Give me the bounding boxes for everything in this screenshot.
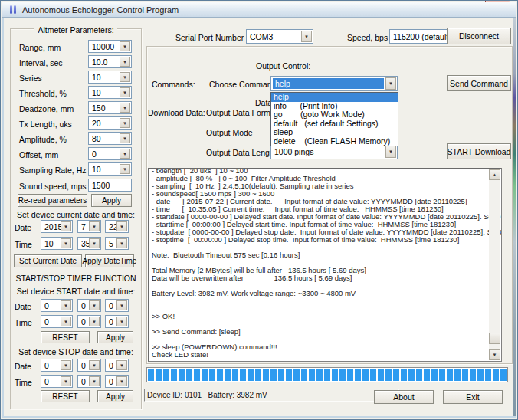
chevron-down-icon[interactable]: ▼	[61, 221, 71, 231]
chevron-down-icon[interactable]: ▼	[385, 146, 396, 158]
apply-datetime-button[interactable]: Apply DateTime	[85, 254, 134, 267]
terminal-scrollbar[interactable]: ▲ ▼	[489, 169, 500, 360]
start-reset-button[interactable]: RESET	[41, 331, 90, 343]
param-combo-interval[interactable]: 10.0▼	[88, 55, 132, 68]
current-datetime-title: Set device current date and time:	[10, 210, 142, 219]
chevron-down-icon[interactable]: ▼	[120, 72, 130, 82]
exit-button[interactable]: Exit	[443, 390, 503, 404]
stop-time-hour-combo[interactable]: 0▼	[41, 375, 73, 388]
progress-fill	[148, 369, 507, 381]
download-data-label: Download Data:	[148, 108, 205, 117]
chevron-down-icon[interactable]: ▼	[61, 317, 71, 326]
chevron-down-icon[interactable]: ▼	[89, 360, 100, 370]
chevron-down-icon[interactable]: ▼	[61, 360, 71, 370]
set-current-date-button[interactable]: Set Current Date	[14, 254, 82, 267]
app-window: Autonomous Echologger Control Program x …	[0, 0, 518, 420]
chevron-down-icon[interactable]: ▼	[116, 221, 127, 231]
chevron-down-icon[interactable]: ▼	[120, 149, 130, 159]
chevron-down-icon[interactable]: ▼	[120, 57, 130, 67]
chevron-down-icon[interactable]: ▼	[61, 376, 71, 386]
param-combo-offset[interactable]: 0▼	[88, 147, 132, 160]
output-mode-label: Output Mode	[206, 128, 253, 137]
start-time-second-combo[interactable]: 0▼	[105, 315, 129, 328]
chevron-down-icon[interactable]: ▼	[89, 317, 100, 326]
stop-time-second-combo[interactable]: 0▼	[105, 375, 129, 388]
stop-apply-button[interactable]: Apply	[97, 390, 133, 402]
current-date-month-combo[interactable]: 7▼	[77, 220, 101, 233]
output-control-title: Output Control:	[256, 61, 310, 71]
chevron-down-icon[interactable]: ▼	[120, 103, 130, 113]
start-time-minute-combo[interactable]: 0▼	[77, 315, 101, 328]
param-combo-samplingrate[interactable]: 10▼	[88, 162, 132, 176]
chevron-down-icon[interactable]: ▼	[120, 41, 130, 51]
serial-port-label: Serial Port Number	[175, 33, 244, 42]
stop-date-day-combo[interactable]: 0▼	[105, 359, 129, 372]
about-button[interactable]: About	[374, 390, 434, 404]
scroll-down-icon[interactable]: ▼	[489, 349, 500, 360]
current-date-day-combo[interactable]: 22▼	[105, 220, 129, 233]
timer-function-title: START/STOP TIMER FUNCTION	[10, 274, 142, 283]
start-download-button[interactable]: START Download	[447, 143, 511, 159]
chevron-down-icon[interactable]: ▼	[61, 238, 71, 248]
start-apply-button[interactable]: Apply	[97, 331, 133, 343]
param-combo-range[interactable]: 10000▼	[88, 40, 132, 53]
stop-date-year-combo[interactable]: 0▼	[41, 359, 73, 372]
chevron-down-icon[interactable]: ▼	[120, 133, 130, 143]
stop-date-label: Date	[15, 362, 31, 371]
current-time-label: Time	[15, 240, 32, 249]
sound-speed-input[interactable]: 1500	[88, 179, 132, 192]
param-combo-txlength[interactable]: 20▼	[88, 116, 132, 130]
stop-reset-button[interactable]: RESET	[41, 390, 90, 402]
start-date-month-combo[interactable]: 0▼	[77, 299, 101, 312]
param-combo-amplitude[interactable]: 80▼	[88, 132, 132, 145]
chevron-down-icon[interactable]: ▼	[89, 300, 100, 310]
serial-port-combo[interactable]: COM3▼	[246, 29, 313, 44]
disconnect-button[interactable]: Disconnect	[447, 28, 511, 44]
apply-parameters-button[interactable]: Apply	[91, 194, 132, 207]
chevron-down-icon[interactable]: ▼	[385, 77, 396, 90]
current-time-hour-combo[interactable]: 10▼	[41, 237, 73, 250]
current-time-minute-combo[interactable]: 35▼	[77, 237, 101, 250]
send-command-button[interactable]: Send Command	[447, 75, 511, 91]
param-label-deadzone: Deadzone, mm	[19, 104, 74, 113]
command-combo[interactable]: help ▼	[270, 76, 398, 91]
terminal-output[interactable]: - txlength [ 20 uks ] 10 ~ 100 - amplitu…	[148, 168, 502, 362]
dropdown-item-sleep[interactable]: sleep	[271, 128, 398, 137]
chevron-down-icon[interactable]: ▼	[120, 87, 130, 97]
current-time-second-combo[interactable]: 5▼	[105, 237, 129, 250]
window-frame-bottom	[2, 416, 516, 418]
start-time-hour-combo[interactable]: 0▼	[41, 315, 73, 328]
chevron-down-icon[interactable]: ▼	[116, 317, 127, 326]
chevron-down-icon[interactable]: ▼	[120, 164, 130, 174]
param-label-samplingrate: Sampling Rate, Hz	[19, 166, 87, 175]
scroll-up-icon[interactable]: ▲	[489, 169, 500, 180]
param-combo-series[interactable]: 10▼	[88, 71, 132, 84]
chevron-down-icon[interactable]: ▼	[116, 360, 127, 370]
start-date-year-combo[interactable]: 0▼	[41, 299, 73, 312]
chevron-down-icon[interactable]: ▼	[116, 376, 127, 386]
window-frame-left	[2, 18, 4, 418]
chevron-down-icon[interactable]: ▼	[116, 238, 127, 248]
scrollbar-thumb[interactable]	[489, 333, 500, 344]
output-data-length-combo[interactable]: 1000 pings▼	[270, 144, 398, 159]
stop-date-month-combo[interactable]: 0▼	[77, 359, 101, 372]
chevron-down-icon[interactable]: ▼	[89, 376, 100, 386]
dropdown-item-help[interactable]: help	[271, 93, 398, 102]
dropdown-item-delete[interactable]: delete (Clean FLASH Memory)	[271, 137, 398, 146]
dropdown-item-go[interactable]: go (goto Work Mode)	[271, 110, 398, 120]
param-label-interval: Interval, sec	[19, 58, 63, 67]
device-status-field: Device ID: 0101 Battery: 3982 mV	[144, 389, 399, 402]
chevron-down-icon[interactable]: ▼	[120, 118, 130, 128]
chevron-down-icon[interactable]: ▼	[89, 221, 100, 231]
stop-time-minute-combo[interactable]: 0▼	[77, 375, 101, 388]
current-date-year-combo[interactable]: 2015▼	[41, 220, 73, 233]
start-datetime-title: Set device START date and time:	[10, 287, 142, 296]
chevron-down-icon[interactable]: ▼	[61, 300, 71, 310]
chevron-down-icon[interactable]: ▼	[89, 238, 100, 248]
start-date-day-combo[interactable]: 0▼	[105, 299, 129, 312]
reread-parameters-button[interactable]: Re-read parameters	[18, 194, 87, 207]
param-combo-deadzone[interactable]: 150▼	[88, 101, 132, 114]
chevron-down-icon[interactable]: ▼	[301, 31, 312, 42]
chevron-down-icon[interactable]: ▼	[116, 300, 127, 310]
param-combo-threshold[interactable]: 10▼	[88, 86, 132, 99]
